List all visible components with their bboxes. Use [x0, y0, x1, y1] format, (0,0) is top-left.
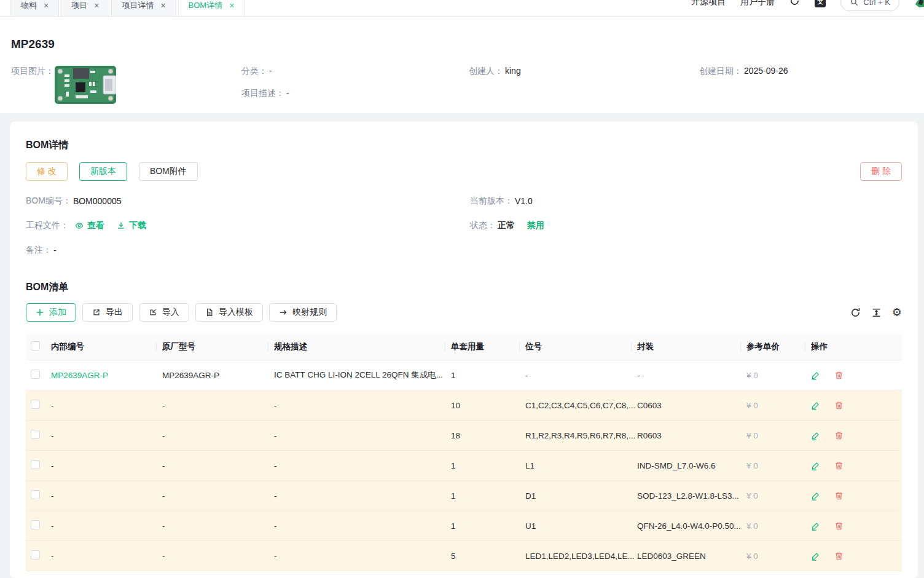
cell-designators: LED1,LED2,LED3,LED4,LE... — [525, 552, 637, 561]
cell-spec-description: - — [274, 401, 451, 410]
trash-icon[interactable] — [834, 401, 844, 410]
table-settings-icon[interactable]: ⚙ — [892, 307, 902, 318]
export-button[interactable]: 导出 — [82, 303, 133, 322]
table-row: ---1L1IND-SMD_L7.0-W6.6¥ 0 — [26, 451, 902, 481]
tab-close-icon[interactable]: × — [160, 1, 165, 10]
disable-link[interactable]: 禁用 — [527, 220, 544, 231]
tab-strip: 物料×项目×项目详情×BOM详情× — [10, 0, 245, 17]
bom-card: BOM详情 修 改 新版本 BOM附件 删 除 BOM编号： BOM000005… — [10, 122, 918, 578]
tab-close-icon[interactable]: × — [94, 1, 99, 10]
cell-footprint: QFN-26_L4.0-W4.0-P0.50... — [637, 521, 746, 531]
app-corner-icon[interactable] — [914, 0, 924, 8]
project-image[interactable] — [55, 66, 116, 104]
button-label: 导入模板 — [219, 307, 253, 318]
translate-icon[interactable]: 文 — [815, 0, 826, 7]
table-refresh-icon[interactable] — [850, 307, 861, 318]
cell-designators: - — [525, 371, 637, 380]
bom-attachment-button[interactable]: BOM附件 — [139, 162, 198, 181]
project-desc-field: 项目描述：- — [241, 88, 469, 99]
button-label: 添加 — [49, 307, 66, 318]
cell-reference-price: ¥ 0 — [746, 371, 811, 380]
table-row: ---5LED1,LED2,LED3,LED4,LE...LED0603_GRE… — [26, 541, 902, 571]
open-source-link[interactable]: 开源项目 — [691, 0, 726, 7]
bom-detail-buttons: 修 改 新版本 BOM附件 删 除 — [26, 162, 902, 181]
pencil-icon[interactable] — [811, 491, 820, 501]
cell-spec-description: - — [274, 461, 451, 470]
cell-internal-number: - — [51, 552, 162, 561]
row-height-icon[interactable] — [871, 307, 882, 318]
pencil-icon[interactable] — [811, 401, 820, 410]
import-button[interactable]: 导入 — [139, 303, 189, 322]
cell-footprint: - — [637, 371, 746, 380]
trash-icon[interactable] — [834, 461, 844, 470]
row-checkbox[interactable] — [31, 400, 40, 409]
row-checkbox[interactable] — [31, 460, 40, 469]
cell-footprint: R0603 — [637, 431, 746, 440]
cell-qty-per-set: 1 — [451, 521, 525, 531]
pencil-icon[interactable] — [811, 552, 820, 561]
cell-qty-per-set: 1 — [451, 491, 525, 501]
pencil-icon[interactable] — [811, 431, 820, 440]
table-row: ---18R1,R2,R3,R4,R5,R6,R7,R8,...R0603¥ 0 — [26, 421, 902, 451]
view-file-link[interactable]: 查看 — [75, 220, 104, 231]
project-creator-field: 创建人：king — [469, 66, 699, 77]
add-button[interactable]: 添加 — [26, 303, 76, 322]
pencil-icon[interactable] — [811, 461, 820, 470]
project-image-field: 项目图片： — [11, 66, 241, 104]
table-row-partial — [26, 571, 902, 578]
row-checkbox[interactable] — [31, 490, 40, 499]
column-header: 原厂型号 — [162, 341, 274, 352]
project-category-field: 分类：- — [241, 66, 469, 77]
cell-manufacturer-part: - — [162, 552, 274, 561]
page-body: BOM详情 修 改 新版本 BOM附件 删 除 BOM编号： BOM000005… — [0, 113, 924, 578]
select-all-checkbox[interactable] — [31, 341, 40, 350]
trash-icon[interactable] — [834, 521, 844, 531]
trash-icon[interactable] — [834, 552, 844, 561]
tab-close-icon[interactable]: × — [229, 1, 234, 10]
delete-button[interactable]: 删 除 — [860, 162, 902, 181]
search-shortcut-label: Ctrl + K — [863, 0, 890, 7]
bom-detail-info: BOM编号： BOM000005 当前版本： V1.0 工程文件： 查看 — [26, 189, 902, 263]
row-checkbox[interactable] — [31, 370, 40, 379]
row-checkbox[interactable] — [31, 550, 40, 560]
download-file-link[interactable]: 下载 — [117, 220, 146, 231]
mapping-rules-button[interactable]: 映射规则 — [269, 303, 337, 322]
column-header: 操作 — [811, 341, 902, 352]
eye-icon — [75, 221, 84, 230]
tab-projects[interactable]: 项目× — [61, 0, 109, 17]
trash-icon[interactable] — [834, 491, 844, 501]
tab-bom-detail[interactable]: BOM详情× — [178, 0, 245, 17]
cell-footprint: LED0603_GREEN — [637, 552, 746, 561]
refresh-history-icon[interactable] — [789, 0, 800, 9]
row-checkbox[interactable] — [31, 430, 40, 439]
gear-icon: ⚙ — [892, 307, 902, 318]
pencil-icon[interactable] — [811, 371, 820, 380]
tab-close-icon[interactable]: × — [44, 1, 49, 10]
user-manual-link[interactable]: 用户手册 — [740, 0, 775, 7]
cell-actions — [811, 552, 902, 561]
cell-internal-number[interactable]: MP2639AGR-P — [51, 371, 162, 380]
cell-internal-number: - — [51, 401, 162, 410]
new-version-button[interactable]: 新版本 — [79, 162, 127, 181]
topbar-actions: 开源项目 用户手册 文 Ctrl + K — [691, 0, 924, 11]
trash-icon[interactable] — [834, 431, 844, 440]
search-shortcut-button[interactable]: Ctrl + K — [840, 0, 899, 11]
tab-bar: 物料×项目×项目详情×BOM详情× 开源项目 用户手册 文 Ctrl + K — [0, 0, 924, 17]
creator-value: king — [505, 66, 521, 76]
row-checkbox[interactable] — [31, 520, 40, 529]
tab-materials[interactable]: 物料× — [10, 0, 59, 17]
tab-project-detail[interactable]: 项目详情× — [111, 0, 176, 17]
table-row: ---10C1,C2,C3,C4,C5,C6,C7,C8,...C0603¥ 0 — [26, 390, 902, 421]
project-fields: 项目图片： — [11, 66, 913, 104]
modify-button[interactable]: 修 改 — [26, 162, 68, 181]
cell-manufacturer-part: MP2639AGR-P — [162, 371, 274, 380]
app-root: 物料×项目×项目详情×BOM详情× 开源项目 用户手册 文 Ctrl + K M… — [0, 0, 924, 578]
bom-info-row: BOM编号： BOM000005 当前版本： V1.0 — [26, 189, 902, 213]
bom-list-buttons: 添加导出导入导入模板映射规则 — [26, 303, 337, 322]
trash-icon[interactable] — [834, 371, 844, 380]
cell-designators: U1 — [525, 521, 637, 531]
pencil-icon[interactable] — [811, 521, 820, 531]
cell-designators: L1 — [525, 461, 637, 470]
status-label: 状态： — [470, 220, 496, 231]
import-template-button[interactable]: 导入模板 — [195, 303, 263, 322]
